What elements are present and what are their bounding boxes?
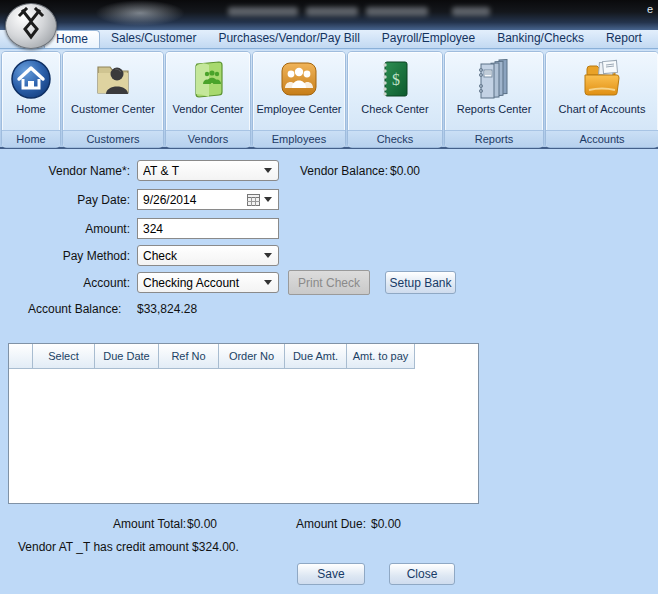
ribbon-group-accounts: Chart of Accounts Accounts: [546, 52, 658, 147]
ribbon-button-label: Reports Center: [457, 103, 532, 115]
pay-date-value: 9/26/2014: [143, 193, 247, 207]
app-logo-button[interactable]: [5, 3, 57, 49]
bills-table-header: Select Due Date Ref No Order No Due Amt.…: [9, 344, 478, 369]
amount-label: Amount:: [10, 222, 130, 236]
amount-due-value: $0.00: [371, 517, 401, 531]
amount-due-label: Amount Due:: [296, 517, 366, 531]
ribbon-tab-strip: Home Sales/Customer Purchases/Vendor/Pay…: [0, 30, 658, 49]
employee-center-button[interactable]: Employee Center: [253, 52, 345, 130]
chevron-down-icon: [264, 168, 272, 173]
ribbon-group-caption: Employees: [253, 130, 345, 147]
ribbon-button-label: Vendor Center: [173, 103, 244, 115]
tab-report[interactable]: Report: [595, 30, 653, 48]
vendor-center-button[interactable]: Vendor Center: [166, 52, 250, 130]
ribbon-button-label: Check Center: [361, 103, 428, 115]
app-window: e Home Sales/Customer Purchases/Vendor/P…: [0, 0, 658, 594]
tab-payroll-employee[interactable]: Payroll/Employee: [371, 30, 486, 48]
account-balance-label: Account Balance:: [28, 302, 121, 316]
redacted-title-blob: [452, 7, 490, 16]
ribbon-group-caption: Checks: [348, 130, 442, 147]
ribbon-button-label: Home: [16, 103, 45, 115]
app-logo-icon: [16, 7, 46, 45]
vendor-balance-label: Vendor Balance:: [300, 164, 388, 178]
save-button[interactable]: Save: [297, 563, 365, 585]
pay-date-picker[interactable]: 9/26/2014: [137, 189, 279, 210]
ribbon-group-reports: Reports Center Reports: [445, 52, 543, 147]
ribbon-group-employees: Employee Center Employees: [253, 52, 345, 147]
ribbon-group-caption: Home: [2, 130, 60, 147]
column-header-ref-no[interactable]: Ref No: [159, 344, 219, 369]
ribbon-button-label: Chart of Accounts: [559, 103, 646, 115]
chevron-down-icon: [264, 253, 272, 258]
ribbon-button-label: Customer Center: [71, 103, 155, 115]
account-balance-value: $33,824.28: [137, 302, 197, 316]
customer-folder-icon: [90, 55, 136, 102]
pay-method-select[interactable]: Check: [137, 245, 279, 266]
calendar-icon: [247, 194, 260, 206]
home-button[interactable]: Home: [2, 52, 60, 130]
chevron-down-icon: [264, 280, 272, 285]
pay-method-value: Check: [143, 249, 260, 263]
chevron-down-icon: [264, 197, 272, 202]
ribbon: Home Home Customer Center Customers: [0, 50, 658, 149]
row-indicator-header: [9, 344, 33, 369]
employee-group-icon: [276, 55, 322, 102]
tab-import-export[interactable]: Import/Expo: [653, 30, 658, 48]
vendor-name-label: Vendor Name*:: [10, 164, 130, 178]
redacted-title-blob: [228, 7, 298, 16]
reports-binders-icon: [471, 55, 517, 102]
tab-sales-customer[interactable]: Sales/Customer: [100, 30, 207, 48]
ribbon-group-checks: $ Check Center Checks: [348, 52, 442, 147]
column-header-order-no[interactable]: Order No: [219, 344, 285, 369]
ribbon-group-customers: Customer Center Customers: [63, 52, 163, 147]
vendor-name-select[interactable]: AT & T: [137, 160, 279, 181]
amount-total-label: Amount Total:: [113, 517, 186, 531]
titlebar-partial-text: e: [647, 3, 653, 15]
ribbon-group-caption: Vendors: [166, 130, 250, 147]
tab-banking-checks[interactable]: Banking/Checks: [486, 30, 595, 48]
svg-text:$: $: [392, 71, 400, 88]
ribbon-group-caption: Accounts: [546, 130, 658, 147]
bills-table: Select Due Date Ref No Order No Due Amt.…: [8, 343, 479, 504]
ribbon-group-caption: Reports: [445, 130, 543, 147]
checkbook-icon: $: [372, 55, 418, 102]
home-icon: [9, 55, 53, 102]
pay-date-label: Pay Date:: [10, 193, 130, 207]
vendor-balance-value: $0.00: [390, 164, 420, 178]
vendor-credit-notice: Vendor AT _T has credit amount $324.00.: [18, 540, 239, 554]
column-header-due-amt[interactable]: Due Amt.: [285, 344, 347, 369]
check-center-button[interactable]: $ Check Center: [348, 52, 442, 130]
column-header-select[interactable]: Select: [33, 344, 95, 369]
chart-of-accounts-button[interactable]: Chart of Accounts: [546, 52, 658, 130]
print-check-button[interactable]: Print Check: [288, 270, 370, 295]
vendor-book-icon: [185, 55, 231, 102]
setup-bank-button[interactable]: Setup Bank: [385, 271, 456, 294]
column-header-amt-to-pay[interactable]: Amt. to pay: [347, 344, 415, 369]
pay-method-label: Pay Method:: [10, 249, 130, 263]
column-header-due-date[interactable]: Due Date: [95, 344, 159, 369]
redacted-title-blob: [366, 7, 428, 16]
reports-center-button[interactable]: Reports Center: [445, 52, 543, 130]
ribbon-group-vendors: Vendor Center Vendors: [166, 52, 250, 147]
titlebar-glow: [95, 0, 185, 26]
account-select[interactable]: Checking Account: [137, 272, 279, 293]
ribbon-group-home: Home Home: [2, 52, 60, 147]
tab-purchases-vendor-pay-bill[interactable]: Purchases/Vendor/Pay Bill: [207, 30, 370, 48]
close-button[interactable]: Close: [389, 563, 455, 585]
ribbon-button-label: Employee Center: [257, 103, 342, 115]
titlebar: e: [0, 0, 658, 30]
bills-table-body: [9, 369, 478, 504]
account-value: Checking Account: [143, 276, 260, 290]
accounts-folder-icon: [579, 55, 625, 102]
account-label: Account:: [10, 276, 130, 290]
ribbon-group-caption: Customers: [63, 130, 163, 147]
redacted-title-blob: [306, 7, 358, 16]
customer-center-button[interactable]: Customer Center: [63, 52, 163, 130]
vendor-name-value: AT & T: [143, 164, 260, 178]
amount-total-value: $0.00: [187, 517, 217, 531]
amount-input[interactable]: [137, 218, 279, 239]
